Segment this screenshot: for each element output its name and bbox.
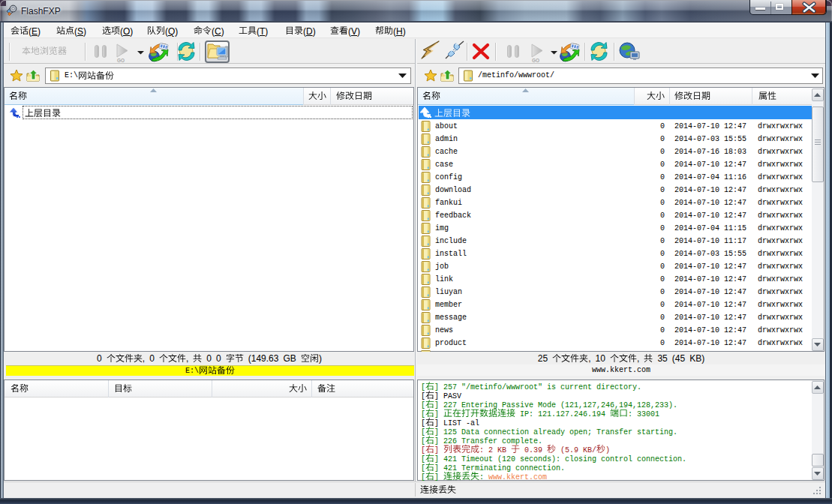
svg-text:GO: GO bbox=[117, 58, 125, 63]
svg-text:GO: GO bbox=[532, 58, 539, 63]
